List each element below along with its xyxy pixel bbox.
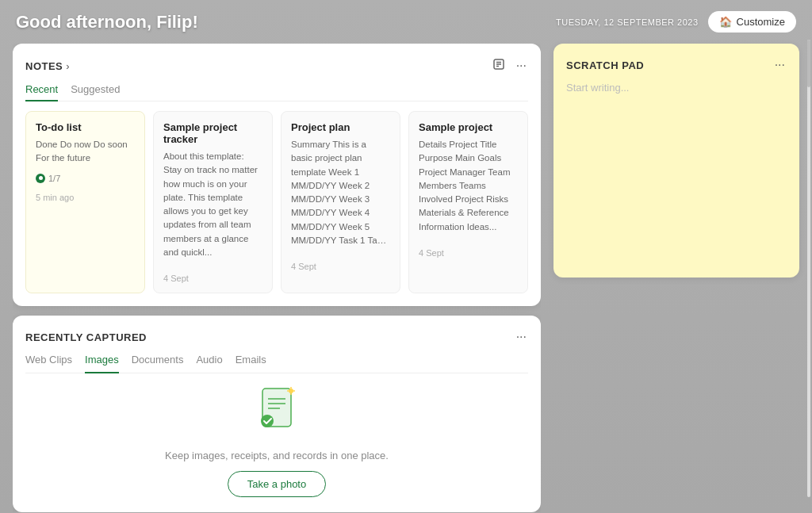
notes-section-header: NOTES › ··· [25, 56, 528, 75]
tab-emails[interactable]: Emails [236, 354, 266, 373]
chevron-right-icon[interactable]: › [66, 60, 69, 72]
note-content-sample: Details Project Title Purpose Main Goals… [419, 138, 518, 234]
captured-title: RECENTLY CAPTURED [25, 331, 147, 343]
progress-dot-icon [36, 174, 45, 183]
note-footer-sample: 4 Sept [419, 242, 518, 258]
header-date: Tuesday, 12 September 2023 [556, 17, 699, 27]
scratch-pad-header: SCRATCH PAD ··· [566, 56, 787, 74]
scratch-pad-input[interactable]: Start writing... [566, 82, 787, 94]
recently-captured-card: RECENTLY CAPTURED ··· Web Clips Images D… [13, 316, 541, 512]
captured-more-button[interactable]: ··· [515, 328, 528, 346]
note-item-plan[interactable]: Project plan Summary This is a basic pro… [281, 111, 400, 293]
captured-empty-state: Keep images, receipts, and records in on… [25, 373, 528, 500]
tab-web-clips[interactable]: Web Clips [25, 354, 72, 373]
greeting: Good afternoon, Filip! [16, 12, 198, 33]
captured-tabs: Web Clips Images Documents Audio Emails [25, 354, 528, 373]
tab-audio[interactable]: Audio [196, 354, 222, 373]
note-footer-todo: 1/7 5 min ago [36, 174, 135, 202]
scratch-pad-title: SCRATCH PAD [566, 59, 644, 71]
note-title-sample: Sample project [419, 121, 518, 133]
note-footer-tracker: 4 Sept [163, 267, 262, 283]
notes-title: NOTES [25, 60, 63, 72]
camera-illustration [245, 377, 308, 440]
captured-section-header: RECENTLY CAPTURED ··· [25, 328, 528, 346]
notes-grid: To-do list Done Do now Do soon For the f… [25, 111, 528, 293]
note-item-todo[interactable]: To-do list Done Do now Do soon For the f… [25, 111, 145, 293]
svg-point-9 [289, 389, 293, 393]
note-title-tracker: Sample project tracker [163, 121, 262, 145]
note-footer-plan: 4 Sept [291, 255, 390, 271]
scratch-pad-more-button[interactable]: ··· [773, 56, 787, 74]
right-column: SCRATCH PAD ··· Start writing... [553, 44, 799, 512]
notes-tabs: Recent Suggested [25, 83, 528, 101]
svg-point-8 [261, 415, 274, 427]
header-right: Tuesday, 12 September 2023 🏠 Customize [556, 11, 796, 33]
notes-more-button[interactable]: ··· [515, 57, 528, 75]
note-date-plan: 4 Sept [291, 262, 390, 271]
note-content-todo: Done Do now Do soon For the future [36, 138, 135, 166]
note-item-sample[interactable]: Sample project Details Project Title Pur… [408, 111, 528, 293]
note-content-plan: Summary This is a basic project plan tem… [291, 138, 390, 247]
progress-label: 1/7 [48, 174, 60, 183]
note-content-tracker: About this template: Stay on track no ma… [163, 150, 262, 259]
note-progress-todo: 1/7 [36, 174, 135, 183]
note-date-sample: 4 Sept [419, 248, 518, 258]
scratch-pad-card: SCRATCH PAD ··· Start writing... [553, 44, 799, 278]
tab-documents[interactable]: Documents [132, 354, 184, 373]
left-column: NOTES › ··· Rec [13, 44, 541, 512]
tab-images[interactable]: Images [85, 354, 119, 373]
notes-compose-button[interactable] [491, 56, 507, 75]
note-title-todo: To-do list [36, 121, 135, 133]
take-photo-button[interactable]: Take a photo [228, 471, 326, 497]
notes-card: NOTES › ··· Rec [13, 44, 541, 306]
captured-empty-text: Keep images, receipts, and records in on… [165, 450, 389, 461]
tab-suggested[interactable]: Suggested [71, 83, 120, 101]
note-title-plan: Project plan [291, 121, 390, 133]
customize-label: Customize [737, 16, 785, 28]
notes-title-row: NOTES › [25, 60, 70, 72]
note-item-tracker[interactable]: Sample project tracker About this templa… [153, 111, 273, 293]
notes-header-icons: ··· [491, 56, 528, 75]
note-date-tracker: 4 Sept [163, 274, 262, 283]
customize-button[interactable]: 🏠 Customize [708, 11, 796, 33]
main-content: NOTES › ··· Rec [0, 44, 812, 512]
header: Good afternoon, Filip! Tuesday, 12 Septe… [0, 0, 812, 44]
tab-recent[interactable]: Recent [25, 83, 58, 101]
home-icon: 🏠 [719, 16, 732, 28]
note-date-todo: 5 min ago [36, 193, 135, 202]
